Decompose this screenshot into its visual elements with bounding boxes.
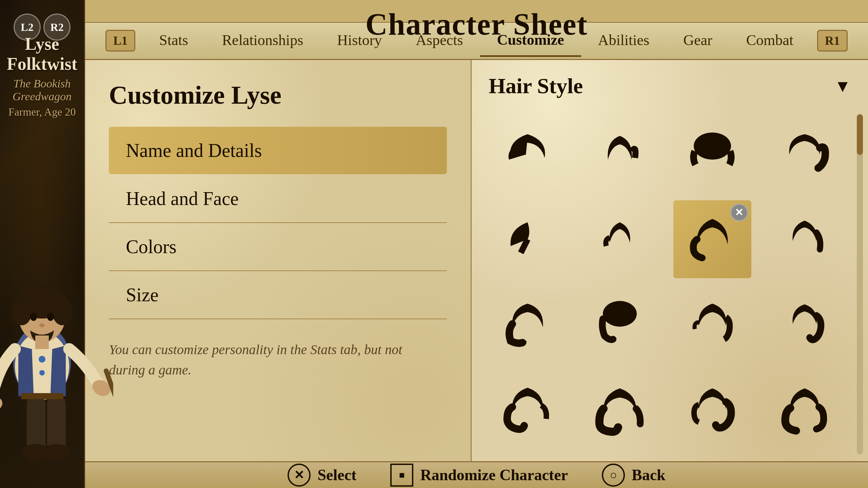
svg-point-20 bbox=[694, 133, 731, 160]
svg-rect-19 bbox=[21, 393, 63, 399]
hair-item-9[interactable] bbox=[489, 285, 567, 363]
svg-rect-14 bbox=[47, 396, 66, 451]
title-area: Character Sheet bbox=[85, 0, 868, 23]
character-subtitle: The Bookish Greedwagon bbox=[0, 77, 84, 103]
hair-item-12[interactable] bbox=[766, 285, 844, 363]
hair-item-5[interactable] bbox=[489, 200, 567, 278]
character-figure bbox=[0, 258, 113, 468]
square-button[interactable]: ■ bbox=[390, 464, 413, 487]
hair-item-14[interactable] bbox=[581, 370, 659, 448]
svg-point-18 bbox=[39, 370, 45, 375]
customize-title: Customize Lyse bbox=[109, 80, 447, 110]
svg-rect-9 bbox=[35, 336, 49, 349]
scroll-thumb[interactable] bbox=[857, 114, 863, 155]
svg-point-8 bbox=[39, 323, 45, 327]
hair-item-13[interactable] bbox=[489, 370, 567, 448]
hair-item-8[interactable] bbox=[766, 200, 844, 278]
hair-item-11[interactable] bbox=[673, 285, 751, 363]
svg-point-7 bbox=[47, 313, 54, 321]
hair-item-7-selected[interactable]: ✕ bbox=[673, 200, 751, 278]
dropdown-arrow-icon[interactable]: ▼ bbox=[834, 76, 851, 96]
character-details: Farmer, Age 20 bbox=[8, 106, 76, 118]
selected-badge: ✕ bbox=[730, 204, 748, 221]
hair-item-6[interactable] bbox=[581, 200, 659, 278]
hair-style-panel: Hair Style ▼ bbox=[472, 60, 868, 461]
hair-item-16[interactable] bbox=[766, 370, 844, 448]
hair-grid: ✕ bbox=[489, 116, 851, 448]
left-panel: Customize Lyse Name and Details Head and… bbox=[85, 60, 472, 461]
character-name: Lyse Folktwist bbox=[0, 34, 84, 74]
tab-abilities[interactable]: Abilities bbox=[581, 25, 667, 57]
hair-item-15[interactable] bbox=[673, 370, 751, 448]
scroll-track bbox=[857, 114, 863, 454]
tab-gear[interactable]: Gear bbox=[666, 25, 729, 57]
svg-point-10 bbox=[0, 396, 2, 411]
hair-item-10[interactable] bbox=[581, 285, 659, 363]
menu-item-colors[interactable]: Colors bbox=[109, 223, 447, 271]
circle-button[interactable]: ○ bbox=[602, 464, 625, 487]
menu-item-name-details[interactable]: Name and Details bbox=[109, 127, 447, 174]
r1-indicator[interactable]: R1 bbox=[817, 30, 848, 52]
select-action[interactable]: ✕ Select bbox=[288, 464, 356, 487]
bottom-bar: ✕ Select ■ Randomize Character ○ Back bbox=[85, 461, 868, 488]
svg-point-6 bbox=[30, 313, 37, 321]
svg-point-21 bbox=[603, 301, 637, 327]
hair-item-4[interactable] bbox=[766, 116, 844, 194]
tab-relationships[interactable]: Relationships bbox=[205, 25, 320, 57]
select-label: Select bbox=[317, 466, 356, 484]
back-label: Back bbox=[632, 466, 666, 484]
hair-item-1[interactable] bbox=[489, 116, 567, 194]
back-action[interactable]: ○ Back bbox=[602, 464, 666, 487]
hair-item-3[interactable] bbox=[673, 116, 751, 194]
hint-text: You can customize personality in the Sta… bbox=[109, 340, 414, 380]
svg-point-17 bbox=[39, 356, 45, 363]
tab-stats[interactable]: Stats bbox=[142, 25, 205, 57]
hair-item-2[interactable] bbox=[581, 116, 659, 194]
svg-rect-12 bbox=[103, 368, 113, 433]
content-area: Customize Lyse Name and Details Head and… bbox=[85, 60, 868, 461]
randomize-action[interactable]: ■ Randomize Character bbox=[390, 464, 568, 487]
menu-item-head-face[interactable]: Head and Face bbox=[109, 175, 447, 223]
randomize-label: Randomize Character bbox=[420, 466, 568, 484]
x-button[interactable]: ✕ bbox=[288, 464, 311, 487]
page-title: Character Sheet bbox=[366, 7, 588, 42]
svg-point-5 bbox=[52, 298, 73, 325]
tab-combat[interactable]: Combat bbox=[729, 25, 810, 57]
panel-header: Hair Style ▼ bbox=[489, 74, 851, 99]
menu-item-size[interactable]: Size bbox=[109, 271, 447, 319]
panel-title: Hair Style bbox=[489, 74, 583, 99]
svg-point-4 bbox=[12, 298, 32, 325]
svg-rect-13 bbox=[27, 396, 45, 451]
l1-indicator[interactable]: L1 bbox=[105, 30, 135, 52]
sidebar: L2 R2 Lyse Folktwist The Bookish Greedwa… bbox=[0, 0, 85, 488]
svg-point-16 bbox=[42, 444, 71, 461]
main-content: Character Sheet L1 Stats Relationships H… bbox=[85, 0, 868, 488]
